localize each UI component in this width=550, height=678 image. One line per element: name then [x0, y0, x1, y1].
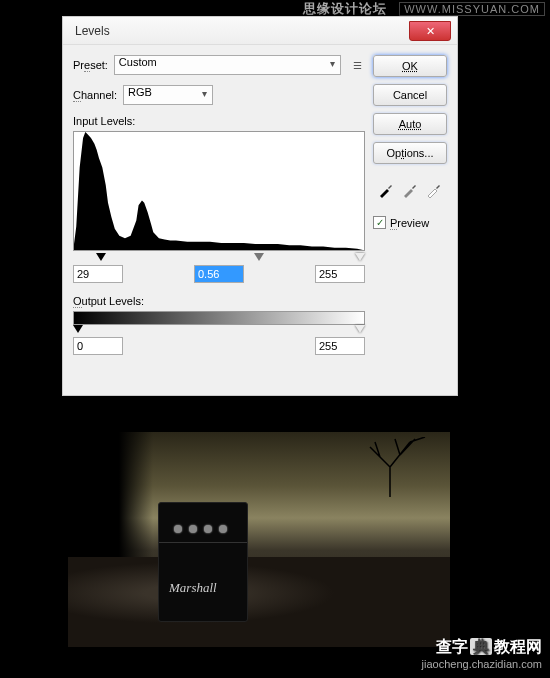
preview-label: Preview: [390, 217, 429, 229]
output-gradient: [73, 311, 365, 325]
white-point-eyedropper-icon[interactable]: [425, 181, 443, 199]
preset-menu-icon[interactable]: [349, 57, 365, 73]
gray-point-eyedropper-icon[interactable]: [401, 181, 419, 199]
watermark-main: 查字典教程网: [422, 637, 542, 658]
eyedroppers: [373, 181, 447, 199]
amp-brand-label: Marshall: [169, 580, 217, 596]
rocks: [68, 557, 450, 647]
histogram: [73, 131, 365, 251]
output-slider[interactable]: [73, 325, 365, 335]
dialog-title: Levels: [75, 24, 110, 38]
input-white-field[interactable]: [315, 265, 365, 283]
close-icon: ✕: [426, 25, 435, 37]
input-gamma-slider[interactable]: [254, 253, 264, 261]
output-levels-label: Output Levels:: [73, 295, 365, 307]
input-white-slider[interactable]: [355, 253, 365, 261]
output-black-slider[interactable]: [73, 325, 83, 333]
channel-label: Channel:: [73, 89, 117, 101]
output-black-field[interactable]: [73, 337, 123, 355]
options-button[interactable]: Options...: [373, 142, 447, 164]
levels-dialog: Levels ✕ Preset: Custom Channel: RGB Inp…: [62, 16, 458, 396]
result-preview-image: Marshall: [68, 432, 450, 647]
bottom-watermark: 查字典教程网 jiaocheng.chazidian.com: [422, 637, 542, 670]
input-gamma-field[interactable]: [194, 265, 244, 283]
watermark-url: WWW.MISSYUAN.COM: [399, 2, 545, 16]
preset-dropdown[interactable]: Custom: [114, 55, 341, 75]
histogram-svg: [74, 132, 364, 250]
channel-dropdown[interactable]: RGB: [123, 85, 213, 105]
cancel-button[interactable]: Cancel: [373, 84, 447, 106]
bare-tree: [350, 437, 430, 497]
watermark-sub: jiaocheng.chazidian.com: [422, 658, 542, 670]
ok-button[interactable]: OK: [373, 55, 447, 77]
titlebar[interactable]: Levels ✕: [63, 17, 457, 45]
preset-label: Preset:: [73, 59, 108, 71]
output-white-field[interactable]: [315, 337, 365, 355]
preview-checkbox[interactable]: ✓: [373, 216, 386, 229]
output-white-slider[interactable]: [355, 325, 365, 333]
silhouette-figure: [68, 432, 153, 562]
input-black-field[interactable]: [73, 265, 123, 283]
watermark-chinese: 思缘设计论坛: [303, 1, 387, 16]
black-point-eyedropper-icon[interactable]: [377, 181, 395, 199]
input-levels-label: Input Levels:: [73, 115, 365, 127]
close-button[interactable]: ✕: [409, 21, 451, 41]
input-black-slider[interactable]: [96, 253, 106, 261]
guitar-amp: Marshall: [158, 502, 248, 622]
auto-button[interactable]: Auto: [373, 113, 447, 135]
input-slider[interactable]: [73, 253, 365, 263]
